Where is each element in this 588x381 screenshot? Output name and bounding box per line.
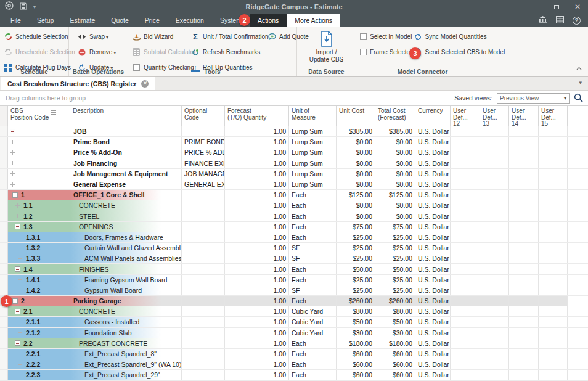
add-quote-button[interactable]: Add Quote: [267, 29, 301, 44]
table-row[interactable]: 1.3OPENINGS1.00Each$75.00$75.00U.S. Doll…: [0, 222, 588, 232]
subtotal-calculator-button[interactable]: Subtotal Calculator: [132, 44, 191, 60]
minimize-button[interactable]: [525, 0, 546, 14]
table-row[interactable]: 1.1CONCRETE1.00Each$0.00$0.00U.S. Dollar: [0, 200, 588, 211]
swap-button[interactable]: Swap: [78, 29, 124, 44]
table-row[interactable]: 2.2.2Ext_Precast Spandrel_9" (WA 10)1.00…: [0, 359, 588, 370]
library-icon[interactable]: [538, 15, 547, 26]
expand-toggle-icon[interactable]: [10, 171, 15, 176]
import-update-cbs-button[interactable]: Import / Update CBS: [301, 29, 352, 67]
collapse-toggle-icon[interactable]: [10, 129, 15, 134]
tabstrip-caret-icon[interactable]: ▾: [579, 80, 582, 86]
unschedule-selection-button[interactable]: Unschedule Selection: [4, 44, 65, 60]
cell-opt: [182, 253, 225, 263]
unit-total-confirmation-button[interactable]: Σ Unit / Total Confirmation: [191, 29, 267, 44]
remove-button[interactable]: Remove: [78, 44, 124, 60]
tab-cbs-register[interactable]: Cost Breakdown Structure (CBS) Register …: [1, 76, 155, 90]
column-header-qty[interactable]: Forecast (T/O) Quantity: [225, 106, 289, 126]
menu-tab-actions[interactable]: Actions: [250, 14, 287, 27]
collapse-toggle-icon[interactable]: [12, 192, 18, 198]
menu-tab-setup[interactable]: Setup: [29, 14, 62, 27]
column-header-opt[interactable]: Optional Code: [182, 106, 225, 126]
table-row[interactable]: 2.2.3Ext_Precast Spandrel_29"1.00Each$60…: [0, 370, 588, 380]
menu-tab-quote[interactable]: Quote: [103, 14, 137, 27]
table-row[interactable]: 2.1CONCRETE1.00Cubic Yard$80.00$80.00U.S…: [0, 306, 588, 317]
expand-toggle-icon[interactable]: [10, 150, 15, 155]
column-header-ud12[interactable]: User Def... 12: [451, 106, 480, 126]
expand-toggle-icon[interactable]: [17, 234, 23, 240]
bid-wizard-button[interactable]: Bid Wizard: [132, 29, 191, 44]
table-row[interactable]: 2.2.1Ext_Precast Spandrel_8"1.00Each$60.…: [0, 349, 588, 359]
expand-toggle-icon[interactable]: [17, 330, 23, 335]
column-header-ud15[interactable]: User Def... 15: [539, 106, 568, 126]
menu-tab-more-actions[interactable]: More Actions: [287, 14, 340, 27]
cell-unit: $50.00: [337, 264, 375, 274]
column-header-ud13[interactable]: User Def... 13: [480, 106, 509, 126]
collapse-toggle-icon[interactable]: [15, 266, 20, 272]
table-row[interactable]: 1.4FINISHES1.00Each$50.00$50.00U.S. Doll…: [0, 264, 588, 274]
table-row[interactable]: 1.4.1Framing Gypsum Wall Board1.00Each$2…: [0, 275, 588, 285]
quick-access-caret-icon[interactable]: ▾: [33, 4, 36, 10]
maximize-button[interactable]: [546, 0, 567, 14]
save-icon[interactable]: [20, 1, 27, 12]
table-row[interactable]: 1.2STEEL1.00Each$0.00$0.00U.S. Dollar: [0, 211, 588, 222]
column-header-sel[interactable]: [0, 106, 8, 126]
collapse-toggle-icon[interactable]: [15, 224, 20, 229]
table-row[interactable]: 2Parking Garage1.00Each$260.00$260.00U.S…: [0, 296, 588, 306]
column-header-cbs[interactable]: CBS Position Code: [8, 106, 70, 126]
column-header-total[interactable]: Total Cost (Forecast): [375, 106, 415, 126]
expand-toggle-icon[interactable]: [15, 203, 20, 208]
table-row[interactable]: 2.2PRECAST CONCRETE1.00Each$180.00$180.0…: [0, 338, 588, 349]
table-row[interactable]: Price % Add-OnPRICE % ADD-...1.00Lump Su…: [0, 147, 588, 158]
column-header-desc[interactable]: Description: [70, 106, 182, 126]
column-header-cur[interactable]: Currency: [415, 106, 451, 126]
table-row[interactable]: 1.3.1Doors, Frames & Hardware1.00Each$25…: [0, 232, 588, 243]
saved-views-dropdown[interactable]: Previous View ▾: [497, 93, 570, 104]
help-icon[interactable]: ?: [573, 17, 581, 25]
collapse-toggle-icon[interactable]: [12, 298, 18, 304]
expand-toggle-icon[interactable]: [10, 160, 15, 166]
expand-toggle-icon[interactable]: [17, 287, 23, 293]
tab-close-icon[interactable]: ✕: [141, 80, 149, 88]
table-row[interactable]: 1OFFICE_1 Core & Shell1.00Each$125.00$12…: [0, 190, 588, 200]
table-row[interactable]: Prime BondPRIME BOND1.00Lump Sum$0.00$0.…: [0, 137, 588, 147]
expand-toggle-icon[interactable]: [17, 245, 23, 251]
table-row[interactable]: Job Management & EquipmentJOB MANAGEM...…: [0, 169, 588, 179]
menu-tab-file[interactable]: File: [2, 14, 29, 27]
schedule-selection-button[interactable]: Schedule Selection: [4, 29, 65, 44]
menu-tab-execution[interactable]: Execution: [168, 14, 212, 27]
table-row[interactable]: 2.1.2Foundation Slab1.00Cubic Yard$30.00…: [0, 328, 588, 338]
expand-toggle-icon[interactable]: [10, 139, 15, 145]
table-row[interactable]: 1.3.3ACM Wall Panels and Assemblies1.00S…: [0, 253, 588, 264]
table-row[interactable]: JOB1.00Lump Sum$385.00$385.00U.S. Dollar: [0, 126, 588, 137]
table-row[interactable]: 1.3.2Curtain Wall and Glazed Assemblies1…: [0, 243, 588, 253]
table-row[interactable]: 1.4.2Gypsum Wall Board1.00SF$25.00$25.00…: [0, 285, 588, 296]
select-in-model-checkbox[interactable]: Select in Model: [360, 29, 414, 44]
expand-toggle-icon[interactable]: [17, 351, 23, 357]
grid-view-icon[interactable]: [556, 15, 564, 26]
send-selected-cbs-button[interactable]: Send Selected CBS to Model: [414, 44, 505, 60]
column-header-uom[interactable]: Unit of Measure: [289, 106, 337, 126]
expand-toggle-icon[interactable]: [17, 319, 23, 325]
expand-toggle-icon[interactable]: [17, 372, 23, 378]
sync-model-quantities-button[interactable]: Sync Model Quantities: [414, 29, 505, 44]
column-header-unit[interactable]: Unit Cost: [337, 106, 375, 126]
expand-toggle-icon[interactable]: [17, 256, 23, 261]
expand-toggle-icon[interactable]: [15, 213, 20, 219]
expand-toggle-icon[interactable]: [17, 362, 23, 367]
table-row[interactable]: Job FinancingFINANCE EXPE...1.00Lump Sum…: [0, 158, 588, 169]
collapse-toggle-icon[interactable]: [15, 340, 20, 346]
subtotal-calculator-label: Subtotal Calculator: [144, 49, 196, 55]
menu-tab-price[interactable]: Price: [137, 14, 168, 27]
column-header-ud14[interactable]: User Def... 14: [509, 106, 539, 126]
frame-selected-checkbox[interactable]: Frame Selected: [360, 44, 414, 60]
expand-toggle-icon[interactable]: [10, 182, 15, 187]
close-button[interactable]: ✕: [567, 0, 588, 14]
menu-tab-estimate[interactable]: Estimate: [62, 14, 103, 27]
refresh-benchmarks-button[interactable]: Refresh Benchmarks: [191, 44, 267, 60]
table-row[interactable]: 2.1.1Cassons - Installed1.00Cubic Yard$5…: [0, 317, 588, 327]
search-icon[interactable]: [574, 93, 583, 104]
expand-toggle-icon[interactable]: [17, 277, 23, 282]
collapse-toggle-icon[interactable]: [15, 309, 20, 314]
table-row[interactable]: General ExpenseGENERAL EXPE...1.00Lump S…: [0, 179, 588, 190]
collapse-ribbon-icon[interactable]: [576, 62, 582, 73]
